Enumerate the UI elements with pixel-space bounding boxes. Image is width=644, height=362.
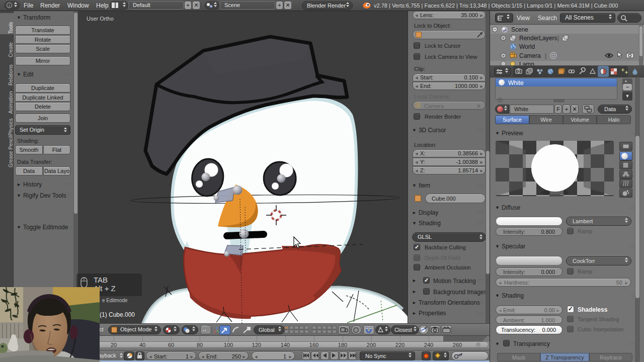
svg-text:User Ortho: User Ortho <box>87 16 114 22</box>
